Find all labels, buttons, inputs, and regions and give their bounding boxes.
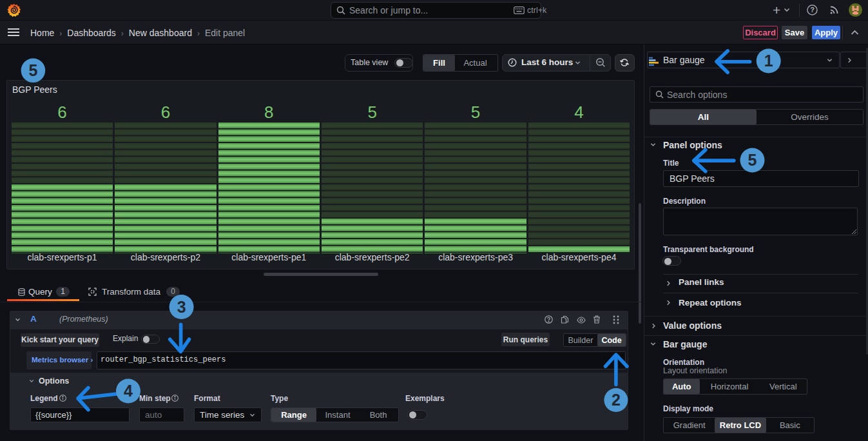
svg-text:2: 2 [612,391,621,409]
svg-text:4: 4 [124,382,133,400]
svg-text:5: 5 [748,151,757,169]
svg-text:5: 5 [28,61,37,79]
svg-text:1: 1 [764,52,773,70]
svg-text:3: 3 [177,298,186,316]
